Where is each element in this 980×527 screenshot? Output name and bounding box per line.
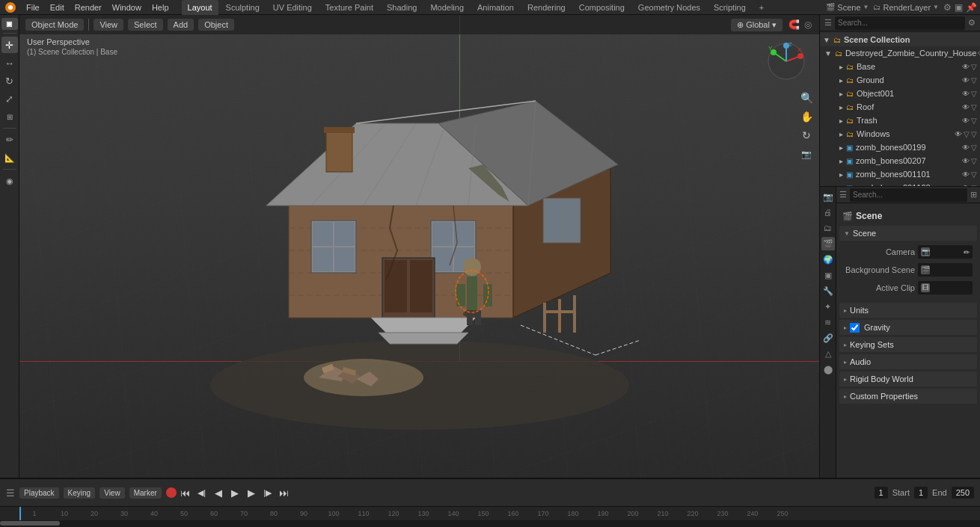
- blender-logo[interactable]: [3, 0, 18, 15]
- scene-props-tab[interactable]: 🎬: [821, 237, 835, 250]
- outliner-filter-icon[interactable]: ⚙: [968, 18, 976, 28]
- outliner-item-zomb1101[interactable]: ▸ ▣ zomb_bones001101 👁 ▽: [820, 167, 980, 181]
- orbit-btn[interactable]: ↻: [798, 127, 815, 144]
- workspace-layout[interactable]: Layout: [182, 0, 218, 15]
- gravity-checkbox[interactable]: [850, 323, 860, 333]
- filter-icon[interactable]: ▽: [964, 130, 970, 138]
- transform-dropdown[interactable]: ⊕ Global ▾: [731, 19, 783, 31]
- add-object-tool[interactable]: ◉: [1, 173, 18, 189]
- particles-tab[interactable]: ✦: [821, 300, 835, 313]
- measure-tool[interactable]: 📐: [1, 150, 18, 166]
- visibility-icon[interactable]: 👁: [962, 63, 970, 71]
- editor-type-icon[interactable]: ▣: [955, 2, 963, 13]
- keying-sets-header[interactable]: ▸ Keying Sets: [839, 337, 977, 352]
- modifier-props-tab[interactable]: 🔧: [821, 284, 835, 298]
- outliner-item-base[interactable]: ▸ 🗂 Base 👁 ▽: [820, 60, 980, 73]
- visibility-icon[interactable]: 👁: [962, 76, 970, 84]
- mode-selector[interactable]: ▣: [1, 18, 18, 30]
- workspace-animation[interactable]: Animation: [471, 0, 520, 15]
- current-frame-display[interactable]: 1: [875, 487, 888, 499]
- units-section-header[interactable]: ▸ Units: [839, 303, 977, 318]
- workspace-shading[interactable]: Modeling: [424, 0, 470, 15]
- properties-search-input[interactable]: [850, 188, 967, 202]
- jump-end-btn[interactable]: ⏭: [277, 485, 292, 500]
- filter-icon[interactable]: ▽: [971, 103, 977, 111]
- custom-props-header[interactable]: ▸ Custom Properties: [839, 389, 977, 404]
- filter-icon[interactable]: ▽: [971, 117, 977, 125]
- scene-section-header[interactable]: ▼ Scene: [839, 226, 977, 241]
- filter-icon[interactable]: ▽: [971, 63, 977, 71]
- output-props-tab[interactable]: 🖨: [821, 206, 835, 219]
- start-frame-input[interactable]: 1: [914, 487, 928, 499]
- timeline-scroll-thumb[interactable]: [0, 521, 60, 526]
- visibility-icon[interactable]: 👁: [962, 90, 970, 98]
- end-frame-input[interactable]: 250: [952, 487, 974, 499]
- world-props-tab[interactable]: 🌍: [821, 253, 835, 266]
- workspace-scripting[interactable]: Scripting: [708, 0, 752, 15]
- outliner-search-input[interactable]: [835, 16, 965, 30]
- step-next-btn[interactable]: ▶: [244, 485, 259, 500]
- outliner-item-ground[interactable]: ▸ 🗂 Ground 👁 ▽: [820, 73, 980, 87]
- object-menu-btn[interactable]: Object: [198, 19, 234, 31]
- jump-next-keyframe-btn[interactable]: |▶: [260, 485, 275, 500]
- viewport-gizmo[interactable]: X Y Z: [766, 41, 807, 82]
- move-tool[interactable]: ↔: [1, 55, 18, 71]
- menu-render[interactable]: Render: [70, 0, 107, 15]
- outliner-item-roof[interactable]: ▸ 🗂 Roof 👁 ▽: [820, 100, 980, 114]
- visibility-icon[interactable]: 👁: [962, 117, 970, 125]
- workspace-rendering[interactable]: Rendering: [521, 0, 572, 15]
- visibility-icon[interactable]: 👁: [962, 157, 970, 165]
- physics-tab[interactable]: ≋: [821, 315, 835, 329]
- play-btn[interactable]: ▶: [227, 485, 242, 500]
- outliner-item-zomb207[interactable]: ▸ ▣ zomb_bones00207 👁 ▽: [820, 154, 980, 167]
- outliner-item-trash[interactable]: ▸ 🗂 Trash 👁 ▽: [820, 114, 980, 127]
- snap-toggle[interactable]: 🧲: [787, 18, 801, 31]
- outliner-item-windows[interactable]: ▸ 🗂 Windows 👁 ▽ ▽: [820, 127, 980, 141]
- add-menu-btn[interactable]: Add: [168, 19, 195, 31]
- view-dropdown[interactable]: View: [99, 487, 125, 499]
- object-mode-dropdown[interactable]: Object Mode: [25, 19, 84, 31]
- object-props-tab[interactable]: ▣: [821, 268, 835, 282]
- cursor-tool[interactable]: ✛: [1, 37, 18, 53]
- annotate-tool[interactable]: ✏: [1, 132, 18, 148]
- scale-tool[interactable]: ⤢: [1, 90, 18, 107]
- filter-icon[interactable]: ▽: [971, 76, 977, 84]
- workspace-compositing[interactable]: Compositing: [573, 0, 631, 15]
- outliner-item-object001[interactable]: ▸ 🗂 Object001 👁 ▽: [820, 87, 980, 100]
- transform-tool[interactable]: ⊞: [1, 108, 18, 125]
- menu-file[interactable]: File: [21, 0, 45, 15]
- workspace-uv-editing[interactable]: Texture Paint: [319, 0, 379, 15]
- menu-help[interactable]: Help: [147, 0, 174, 15]
- keying-dropdown[interactable]: Keying: [64, 487, 96, 499]
- pin-icon[interactable]: 📌: [966, 2, 977, 13]
- gravity-section-header[interactable]: ▸ Gravity: [839, 320, 977, 335]
- menu-window[interactable]: Window: [107, 0, 147, 15]
- marker-dropdown[interactable]: Marker: [129, 487, 162, 499]
- record-button[interactable]: [166, 487, 177, 498]
- bg-scene-value[interactable]: 🎬: [918, 263, 973, 277]
- extra-filter-icon[interactable]: ▽: [971, 130, 977, 138]
- visibility-icon[interactable]: 👁: [955, 130, 962, 138]
- view-menu-btn[interactable]: View: [94, 19, 123, 31]
- rotate-tool[interactable]: ↻: [1, 73, 18, 89]
- camera-value[interactable]: 📷 ✏: [918, 245, 973, 259]
- jump-start-btn[interactable]: ⏮: [178, 485, 193, 500]
- render-props-tab[interactable]: 📷: [821, 190, 835, 203]
- menu-edit[interactable]: Edit: [45, 0, 70, 15]
- visibility-icon[interactable]: 👁: [962, 103, 970, 111]
- filter-icon[interactable]: ▽: [971, 144, 977, 152]
- viewport-3d[interactable]: Object Mode View Select Add Object ⊕ Glo…: [19, 15, 819, 478]
- timeline-playhead[interactable]: [19, 507, 21, 520]
- material-tab[interactable]: ⬤: [821, 363, 835, 376]
- workspace-sculpting[interactable]: UV Editing: [267, 0, 318, 15]
- scene-selector[interactable]: 🎬 Scene ▼: [826, 3, 869, 12]
- proportional-edit[interactable]: ◎: [803, 18, 813, 31]
- constraints-tab[interactable]: 🔗: [821, 331, 835, 345]
- audio-section-header[interactable]: ▸ Audio: [839, 354, 977, 369]
- filter-icon[interactable]: ▽: [971, 157, 977, 165]
- outliner-item-zomb199[interactable]: ▸ ▣ zomb_bones00199 👁 ▽: [820, 141, 980, 154]
- visibility-icon[interactable]: 👁: [962, 144, 970, 152]
- props-pin-icon[interactable]: ⊞: [970, 190, 977, 200]
- visibility-icon[interactable]: 👁: [962, 170, 970, 179]
- render-layer-selector[interactable]: 🗂 RenderLayer ▼: [873, 3, 939, 12]
